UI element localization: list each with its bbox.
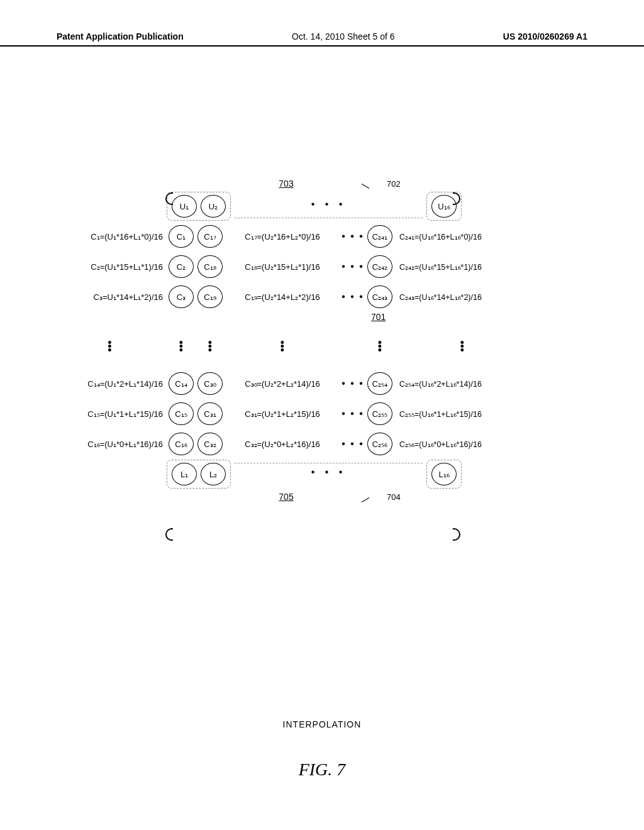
c254: C₂₅₄ <box>367 372 392 395</box>
ref-702: 702 <box>387 179 401 189</box>
c32: C₃₂ <box>197 433 223 455</box>
row3-right: C₂₄₃=(U₁₆*14+L₁₆*2)/16 <box>394 292 525 302</box>
row15-mid: C₃₁=(U₂*1+L₂*15)/16 <box>225 409 340 419</box>
row1-right: C₂₄₁=(U₁₆*16+L₁₆*0)/16 <box>394 232 525 241</box>
vdots-3: ••• <box>196 341 225 352</box>
row1-mid: C₁₇=(U₂*16+L₂*0)/16 <box>225 232 340 241</box>
row15-left: C₁₅=(U₁*1+L₁*15)/16 <box>57 409 167 419</box>
u-group-left: U₁ U₂ <box>167 192 231 221</box>
row16-mid: C₃₂=(U₂*0+L₂*16)/16 <box>225 440 340 449</box>
row14-mid: C₃₀=(U₂*2+L₂*14)/16 <box>225 379 340 389</box>
l2-bubble: L₂ <box>201 463 226 485</box>
brace-bot-left <box>165 528 173 541</box>
caption: INTERPOLATION <box>0 719 644 729</box>
vdots-6: ••• <box>394 341 525 352</box>
c256: C₂₅₆ <box>367 433 392 455</box>
row16-right: C₂₅₆=(U₁₆*0+L₁₆*16)/16 <box>394 440 525 449</box>
row3-hdots: • • • <box>340 291 365 302</box>
c16: C₁₆ <box>169 433 194 455</box>
row15-right: C₂₅₅=(U₁₆*1+L₁₆*15)/16 <box>394 409 525 419</box>
interpolation-diagram: 703 702 U₁ U₂ • • • U₁₆ C₁=(U₁*16+L₁*0)/… <box>57 176 587 504</box>
vdots-2: ••• <box>167 341 196 352</box>
l-group-right: L₁₆ <box>426 460 462 489</box>
row14-right: C₂₅₄=(U₁₆*2+L₁₆*14)/16 <box>394 379 525 389</box>
c2: C₂ <box>169 255 194 278</box>
row14-hdots: • • • <box>340 378 365 389</box>
row16-left: C₁₆=(U₁*0+L₁*16)/16 <box>57 440 167 449</box>
c242: C₂₄₂ <box>367 255 392 278</box>
row16-hdots: • • • <box>340 438 365 450</box>
c15: C₁₅ <box>169 402 194 425</box>
l16-bubble: L₁₆ <box>431 463 457 485</box>
vdots-1: ••• <box>57 341 167 352</box>
c1: C₁ <box>169 225 194 248</box>
row2-hdots: • • • <box>340 261 365 272</box>
row15-hdots: • • • <box>340 408 365 419</box>
page-header: Patent Application Publication Oct. 14, … <box>0 31 644 47</box>
c18: C₁₈ <box>197 255 223 278</box>
c30: C₃₀ <box>197 372 223 395</box>
row2-mid: C₁₈=(U₂*15+L₂*1)/16 <box>225 262 340 272</box>
c241: C₂₄₁ <box>367 225 392 248</box>
brace-bot-right <box>453 528 460 541</box>
upper-row: U₁ U₂ • • • U₁₆ <box>57 191 587 221</box>
ref-704: 704 <box>387 492 401 502</box>
c243: C₂₄₃ <box>367 285 392 308</box>
header-right: US 2010/0260269 A1 <box>503 31 587 42</box>
lower-row: L₁ L₂ • • • L₁₆ <box>57 459 587 489</box>
u-dots: • • • <box>231 199 426 210</box>
c3: C₃ <box>169 285 194 308</box>
ref-705: 705 <box>279 492 293 502</box>
l-dots: • • • <box>231 467 426 478</box>
c255: C₂₅₅ <box>367 402 392 425</box>
header-mid: Oct. 14, 2010 Sheet 5 of 6 <box>292 31 394 42</box>
c31: C₃₁ <box>197 402 223 425</box>
vdots-4: ••• <box>225 341 340 352</box>
header-left: Patent Application Publication <box>57 31 184 42</box>
row3-left: C₃=U₁*14+L₁*2)/16 <box>57 292 167 302</box>
vdots-5: ••• <box>365 341 394 352</box>
u1-bubble: U₁ <box>172 195 197 218</box>
row14-left: C₁₄=(U₁*2+L₁*14)/16 <box>57 379 167 389</box>
row3-mid: C₁₉=(U₂*14+L₂*2)/16 <box>225 292 340 302</box>
c19: C₁₉ <box>197 285 223 308</box>
l-group-left: L₁ L₂ <box>167 460 231 489</box>
row1-left: C₁=(U₁*16+L₁*0)/16 <box>57 232 167 241</box>
figure-label: FIG. 7 <box>0 760 644 780</box>
ref-701: 701 <box>371 312 386 324</box>
row2-right: C₂₄₂=(U₁₆*15+L₁₆*1)/16 <box>394 262 525 272</box>
ref-703: 703 <box>279 179 293 189</box>
row1-hdots: • • • <box>340 231 365 242</box>
c17: C₁₇ <box>197 225 223 248</box>
u2-bubble: U₂ <box>201 195 226 218</box>
l1-bubble: L₁ <box>172 463 197 485</box>
row2-left: C₂=(U₁*15+L₁*1)/16 <box>57 262 167 272</box>
c14: C₁₄ <box>169 372 194 395</box>
